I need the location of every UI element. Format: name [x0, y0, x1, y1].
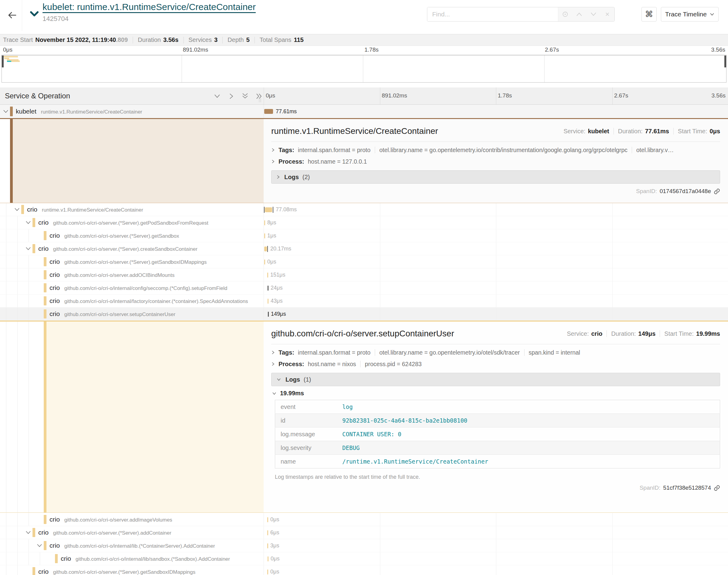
span-duration: 3μs	[270, 543, 279, 549]
collapse-chevron-icon[interactable]	[3, 109, 9, 113]
span-row-crio-selected[interactable]: criogithub.com/cri-o/cri-o/server.setupC…	[0, 308, 728, 320]
arrow-left-icon	[8, 11, 17, 19]
trace-start-fraction: .809	[116, 36, 128, 43]
span-row-crio[interactable]: criogithub.com/cri-o/cri-o/server.addIma…	[0, 513, 728, 526]
keyboard-shortcuts-button[interactable]: ⌘	[641, 7, 657, 22]
span-row-crio[interactable]: criogithub.com/cri-o/cri-o/internal/fact…	[0, 295, 728, 308]
span-bar[interactable]	[268, 312, 269, 317]
span-bar[interactable]	[264, 260, 265, 264]
span-service: crio	[49, 258, 60, 265]
collapse-all-icon[interactable]	[241, 92, 249, 100]
span-row-crio[interactable]: criogithub.com/cri-o/cri-o/server.(*Serv…	[0, 255, 728, 268]
minimap-left-handle[interactable]	[2, 56, 4, 67]
span-detail-panel-kubelet: runtime.v1.RuntimeService/CreateContaine…	[0, 119, 728, 203]
span-row-crio[interactable]: criogithub.com/cri-o/cri-o/internal/lib.…	[0, 539, 728, 552]
prev-match-icon[interactable]	[575, 10, 584, 19]
depth-value: 5	[246, 36, 250, 43]
find-controls: ×	[558, 7, 615, 21]
copy-link-icon[interactable]	[714, 485, 720, 491]
collapse-chevron-icon[interactable]	[26, 530, 32, 535]
span-bar[interactable]	[267, 530, 268, 535]
process-item: host.name = nixos	[308, 361, 356, 368]
span-duration: 24μs	[271, 285, 283, 291]
view-selector-label: Trace Timeline	[665, 11, 707, 18]
span-operation: github.com/cri-o/cri-o/server.addOCIBind…	[64, 272, 175, 278]
span-operation: github.com/cri-o/cri-o/server.(*Server).…	[64, 233, 179, 239]
tags-accordion[interactable]: Tags: internal.span.format = proto otel.…	[271, 144, 720, 156]
logs-count: (2)	[302, 174, 310, 181]
span-row-crio[interactable]: crioruntime.v1.RuntimeService/CreateCont…	[0, 203, 728, 216]
axis-tick: 891.02ms	[382, 92, 407, 99]
span-detail-title: github.com/cri-o/cri-o/server.setupConta…	[271, 329, 454, 339]
process-accordion[interactable]: Process: host.name = nixos process.pid =…	[271, 358, 720, 370]
span-bar[interactable]	[267, 273, 268, 277]
collapse-one-icon[interactable]	[213, 92, 221, 100]
log-field-row: name /runtime.v1.RuntimeService/CreateCo…	[275, 455, 720, 468]
find-input[interactable]	[427, 7, 558, 21]
trace-title-chevron[interactable]	[30, 11, 39, 18]
log-field-key: event	[275, 400, 342, 414]
span-row-crio[interactable]: criogithub.com/cri-o/cri-o/internal/conf…	[0, 281, 728, 295]
duration-value: 149μs	[638, 330, 656, 337]
chevron-down-icon	[276, 378, 281, 381]
minimap-right-handle[interactable]	[724, 56, 726, 67]
span-duration: 0μs	[270, 516, 279, 523]
span-bar[interactable]	[268, 299, 268, 304]
view-selector-button[interactable]: Trace Timeline	[661, 7, 719, 22]
collapse-chevron-icon[interactable]	[14, 207, 20, 212]
start-time-value: 0μs	[710, 128, 720, 135]
span-service: crio	[27, 206, 37, 213]
span-row-crio[interactable]: criogithub.com/cri-o/cri-o/server.(*Serv…	[0, 229, 728, 242]
collapse-chevron-icon[interactable]	[26, 221, 32, 225]
minimap-span	[2, 56, 18, 57]
span-bar[interactable]	[268, 286, 268, 291]
locate-icon[interactable]	[561, 10, 570, 19]
services-value: 3	[214, 36, 218, 43]
span-bar[interactable]	[264, 233, 265, 238]
span-bar[interactable]	[264, 221, 265, 225]
span-bar[interactable]	[264, 246, 267, 251]
span-service: kubelet	[16, 108, 36, 115]
logs-accordion[interactable]: Logs (2)	[271, 170, 720, 184]
logs-accordion-expanded[interactable]: Logs (1)	[271, 373, 720, 386]
chevron-right-icon	[271, 159, 275, 164]
copy-link-icon[interactable]	[714, 188, 720, 195]
span-service: crio	[49, 284, 60, 291]
trace-summary-bar: Trace Start November 15 2022, 11:19:40.8…	[0, 34, 728, 46]
span-bar[interactable]	[267, 517, 268, 522]
depth-label: Depth	[228, 36, 243, 43]
span-row-crio[interactable]: criogithub.com/cri-o/cri-o/server.(*Serv…	[0, 216, 728, 229]
span-row-kubelet[interactable]: kubeletruntime.v1.RuntimeService/CreateC…	[0, 105, 728, 118]
span-bar[interactable]	[268, 556, 268, 561]
trace-title-link[interactable]: kubelet: runtime.v1.RuntimeService/Creat…	[42, 2, 256, 12]
tags-accordion[interactable]: Tags: internal.span.format = proto otel.…	[271, 347, 720, 358]
trace-minimap[interactable]	[2, 55, 726, 82]
back-button[interactable]	[5, 8, 19, 22]
process-accordion[interactable]: Process: host.name = 127.0.0.1	[271, 156, 720, 167]
logs-label: Logs	[284, 174, 299, 181]
clear-find-icon[interactable]: ×	[603, 10, 612, 19]
expand-one-icon[interactable]	[227, 92, 235, 100]
column-resize-handle[interactable]	[259, 98, 261, 102]
collapse-chevron-icon[interactable]	[37, 543, 43, 548]
start-time-label: Start Time:	[678, 128, 707, 135]
log-entry-accordion[interactable]: 19.99ms	[272, 390, 720, 397]
span-row-crio[interactable]: criogithub.com/cri-o/cri-o/server.addOCI…	[0, 268, 728, 281]
span-row-crio[interactable]: criogithub.com/cri-o/cri-o/internal/lib/…	[0, 552, 728, 565]
span-bar[interactable]	[267, 543, 268, 548]
log-field-value: CONTAINER USER: 0	[342, 428, 720, 441]
service-label: Service:	[563, 128, 585, 135]
span-row-crio[interactable]: criogithub.com/cri-o/cri-o/server.(*Serv…	[0, 526, 728, 539]
spanid-label: SpanID:	[636, 188, 657, 195]
collapse-chevron-icon[interactable]	[26, 246, 32, 251]
span-row-crio[interactable]: criogithub.com/cri-o/cri-o/server.(*Serv…	[0, 565, 728, 575]
log-field-row: log.severity DEBUG	[275, 441, 720, 455]
span-bar[interactable]	[267, 570, 268, 574]
span-duration: 149μs	[271, 311, 286, 317]
span-bar[interactable]	[264, 109, 273, 114]
log-field-row: id 92b82381-025c-4a64-815c-ba2e1bb08100	[275, 414, 720, 428]
next-match-icon[interactable]	[589, 10, 598, 19]
trace-start-label: Trace Start	[3, 36, 33, 43]
span-row-crio[interactable]: criogithub.com/cri-o/cri-o/server.(*Serv…	[0, 242, 728, 255]
span-bar[interactable]	[265, 207, 272, 212]
